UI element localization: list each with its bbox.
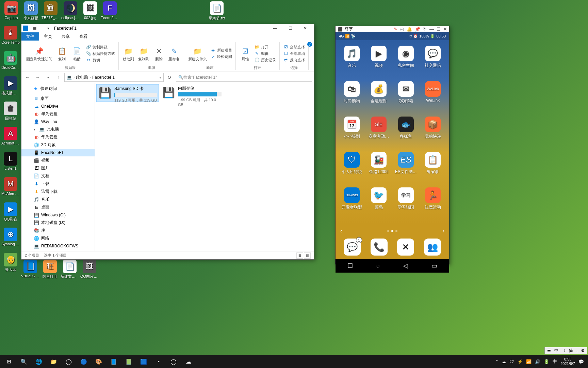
desktop-icon[interactable]: 🌒eclipse-jav... [61,1,80,25]
taskbar-app[interactable]: ◯ [61,355,76,368]
desktop-icon[interactable]: 旺阿里旺旺 [41,260,59,283]
tab-file[interactable]: 文件 [21,32,39,41]
app-icon[interactable]: 💬社交通信 [420,46,446,80]
qa-props-icon[interactable]: ▦ [32,25,38,31]
desktop-icon[interactable]: 🏛TB27Z_mp... [42,1,60,25]
taskbar-explorer[interactable]: 📁 [46,355,61,368]
open-button[interactable]: 📂打开 [254,44,277,50]
nav-facenote[interactable]: 📱FaceNoteF1 [21,149,95,156]
tray-icon[interactable]: 🛡 [509,359,514,364]
desktop-icon[interactable]: LListen1 [1,152,20,176]
start-button[interactable]: ⊞ [1,355,16,368]
close-button[interactable]: ✕ [443,27,447,32]
taskbar-vscode[interactable]: 📘 [106,355,121,368]
app-icon[interactable]: 📦我的快递 [420,117,446,151]
app-icon[interactable]: 学习学习强国 [393,187,419,221]
ime-btn[interactable]: ☰ [546,348,552,353]
paste-button[interactable]: 📄粘贴 [70,45,84,62]
address-bar[interactable]: 💻 › 此电脑 › FaceNoteF1 ▾ [64,73,164,82]
taskbar-terminal[interactable]: ▪ [151,355,166,368]
minimize-button[interactable]: — [429,27,434,32]
taskbar-app[interactable]: ◯ [166,355,181,368]
newfolder-button[interactable]: 📁新建文件夹 [187,45,208,62]
tray-icon[interactable]: 🔋 [544,359,549,364]
help-icon[interactable]: ? [307,42,312,47]
clock[interactable]: 0:532021/6/7 [560,357,575,366]
app-icon[interactable]: ✉QQ邮箱 [393,81,419,115]
app-icon[interactable]: 💰金融理财 [366,81,392,115]
desktop-icon[interactable]: 📘Visual Studio Code [21,260,39,283]
copyto-button[interactable]: 📁复制到 [137,45,151,62]
selectall-button[interactable]: ☑全部选择 [282,44,306,50]
search-button[interactable]: 🔍 [16,355,31,368]
tray-icon[interactable]: ⚡ [517,359,523,364]
app-icon[interactable]: 🐦菜鸟 [366,187,392,221]
up-button[interactable]: ↑ [54,73,62,81]
refresh-icon[interactable]: ↻ [423,27,427,32]
tray-expand-icon[interactable]: ˄ [496,359,498,364]
nav-item[interactable]: ⬇下载 [21,180,95,188]
pin-button[interactable]: 📌固定到快速访问 [25,45,54,62]
desktop-icon[interactable]: 👴鲁大师 [1,253,20,277]
easyaccess-button[interactable]: ↗轻松访问 [210,54,233,60]
app-icon[interactable]: ◉私密空间 [393,46,419,80]
nav-home[interactable]: ○ [376,262,380,270]
desktop-icon[interactable]: 📄新建文本文档.txt [61,260,79,283]
back-button[interactable]: ← [23,73,32,81]
dock-close[interactable]: ✕ [397,239,414,256]
nav-extra[interactable]: ▭ [431,262,437,270]
app-icon[interactable]: 🎵音乐 [339,46,365,80]
taskbar-app[interactable]: 🎨 [91,355,106,368]
rename-button[interactable]: ✎重命名 [167,45,181,62]
notifications-button[interactable]: 💬 [578,359,584,364]
desktop-icon[interactable]: 🖼QQ图片20210602... [80,260,99,283]
target-icon[interactable]: ◎ [400,27,404,32]
page-next[interactable]: › [443,228,444,234]
breadcrumb-root[interactable]: 此电脑 [76,75,88,80]
nav-hwcloud[interactable]: ◐华为云盘 [21,110,95,118]
drive-item[interactable]: 💾 内部存储 1.99 GB 可用，共 19.0 GB [160,84,223,102]
desktop-icon[interactable]: 📷Captura [2,1,20,25]
desktop-icon[interactable]: MMcAfee Security... [1,177,20,201]
desktop-icon[interactable]: 🖼小米画报 [22,1,40,25]
taskbar-app[interactable]: 🟦 [136,355,151,368]
tab-home[interactable]: 主页 [39,32,57,41]
nav-item[interactable]: 📚库 [21,227,95,234]
addr-dropdown-icon[interactable]: ▾ [159,75,161,80]
app-icon[interactable]: 🚂铁路12306 [366,152,392,186]
edit-button[interactable]: ✎编辑 [254,50,277,57]
desktop-icon[interactable]: 🗑回收站 [1,102,20,125]
copy-button[interactable]: 📋复制 [55,45,69,62]
content-pane[interactable]: 💾 Samsung SD 卡 119 GB 可用，共 119 GB 💾 内部存储… [95,83,314,251]
ime-btn[interactable]: , [575,348,578,353]
desktop-icon[interactable]: 🤖DroidCam... [1,51,20,75]
phone-screen[interactable]: 4G📶 📡 ⟲ ⏰100%🔋00:53 🎵音乐 ▶视频 ◉私密空间 💬社交通信 … [336,32,449,273]
tray-ime[interactable]: 中 [553,358,557,365]
refresh-button[interactable]: ⟳ [166,73,174,81]
app-icon[interactable]: 📅小小签到 [339,117,365,151]
ime-btn[interactable]: ⚙ [580,348,586,353]
forward-button[interactable]: → [34,73,42,81]
nav-thispc[interactable]: ▾💻此电脑 [21,125,95,133]
app-icon[interactable]: 🏃红魔运动 [420,187,446,221]
nav-item[interactable]: 📄文档 [21,172,95,180]
moveto-button[interactable]: 📁移动到 [121,45,135,62]
nav-item[interactable]: 💻REDMIBOOKOFWS [21,242,95,250]
history-button[interactable]: 🕒历史记录 [254,57,277,63]
desktop-icon[interactable]: ▶QQ影音 [1,202,20,226]
dock-messages[interactable]: 💬1 [344,239,361,256]
nav-item[interactable]: 🎬视频 [21,156,95,164]
maximize-button[interactable]: ☐ [437,27,441,32]
taskbar-app[interactable]: 🔵 [76,355,91,368]
taskbar-app[interactable]: 📗 [121,355,136,368]
nav-user[interactable]: 👤Way Lau [21,118,95,125]
pen-icon[interactable]: ✎ [394,27,397,32]
pin-icon[interactable]: 📌 [415,27,420,32]
tray-icon[interactable]: 🔊 [535,359,540,364]
newitem-button[interactable]: ✚新建项目 [210,47,233,53]
maximize-button[interactable]: ☐ [283,24,298,32]
desktop-icon[interactable]: 🌡Core Temp [1,26,20,50]
app-icon[interactable]: 🛍时尚购物 [339,81,365,115]
desktop-icon[interactable]: 🖼002.jpg [81,1,99,25]
app-icon[interactable]: 🛡个人所得税 [339,152,365,186]
